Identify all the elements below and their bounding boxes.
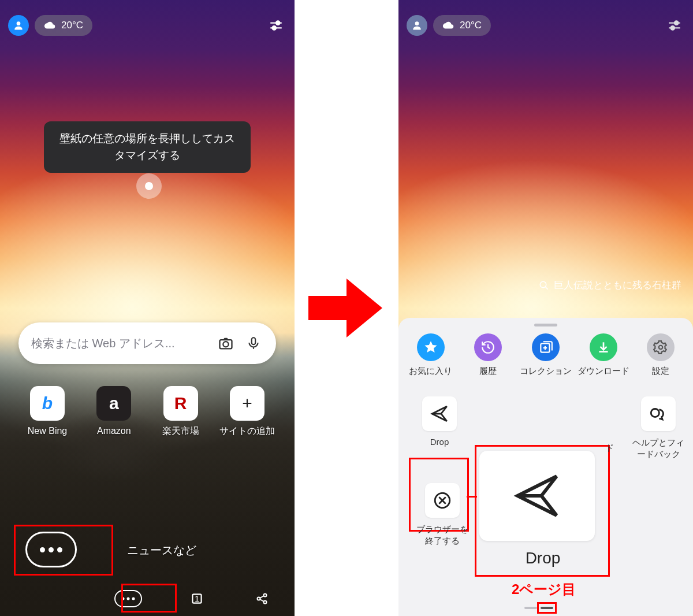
star-icon: [423, 340, 438, 355]
menu-item-settings[interactable]: 設定: [634, 333, 687, 377]
right-phone-screen: 20°C 巨人伝説とともに残る石柱群 お気に入り 履歴 コレクション: [398, 0, 693, 616]
voice-search-button[interactable]: [244, 333, 263, 353]
temperature-label: 20°C: [460, 20, 482, 31]
menu-item-downloads[interactable]: ダウンロード: [577, 333, 630, 377]
annotation-highlight: [14, 525, 113, 576]
menu-item-label: コレクション: [519, 366, 572, 377]
annotation-highlight: [121, 584, 177, 613]
annotation-highlight: [537, 602, 557, 614]
menu-item-collections[interactable]: コレクション: [519, 333, 572, 377]
search-hint-text: 巨人伝説とともに残る石柱群: [554, 279, 681, 292]
svg-line-23: [545, 287, 548, 290]
pulse-indicator: [136, 173, 162, 199]
bing-glyph: b: [42, 394, 53, 413]
svg-point-29: [659, 346, 663, 350]
temperature-label: 20°C: [61, 20, 83, 31]
annotation-page-label: 2ページ目: [512, 580, 576, 599]
top-bar: 20°C: [407, 13, 685, 38]
quicklink-label: New Bing: [18, 425, 76, 437]
share-icon: [255, 592, 269, 606]
search-placeholder: 検索または Web アドレス...: [31, 336, 208, 351]
chat-help-icon: [649, 404, 668, 424]
top-bar: 20°C: [8, 13, 286, 38]
quicklink-rakuten[interactable]: R 楽天市場: [152, 386, 210, 437]
menu-item-label: 履歴: [461, 366, 515, 377]
annotation-arrow: [308, 276, 382, 340]
quicklink-label: サイトの追加: [218, 425, 276, 437]
profile-avatar[interactable]: [8, 15, 29, 36]
svg-point-21: [671, 26, 675, 30]
sheet-drag-handle[interactable]: [534, 324, 557, 326]
cloud-icon: [442, 19, 455, 32]
menu-item-history[interactable]: 履歴: [461, 333, 515, 377]
quicklink-label: 楽天市場: [152, 425, 210, 437]
camera-icon: [218, 335, 234, 351]
menu-item-label: 設定: [634, 366, 687, 377]
camera-search-button[interactable]: [216, 333, 236, 353]
menu-item-label-truncated: ド: [605, 443, 614, 454]
menu-item-favorites[interactable]: お気に入り: [404, 333, 457, 377]
download-icon: [596, 340, 611, 355]
cloud-icon: [44, 19, 57, 32]
quick-links-row: b New Bing a Amazon R 楽天市場 + サイトの追加: [18, 386, 276, 437]
quicklink-amazon[interactable]: a Amazon: [85, 386, 143, 437]
collection-icon: [538, 340, 553, 355]
page-settings-button[interactable]: [266, 15, 286, 36]
person-icon: [13, 20, 24, 31]
menu-item-help[interactable]: ヘルプとフィードバック: [629, 396, 687, 459]
history-icon: [480, 340, 495, 355]
menu-item-label: ダウンロード: [577, 366, 630, 377]
svg-point-17: [415, 21, 419, 25]
menu-item-label: ヘルプとフィードバック: [629, 437, 687, 459]
svg-point-6: [223, 342, 228, 347]
tab-count: 1: [195, 594, 199, 603]
sliders-icon: [269, 18, 284, 33]
rakuten-glyph: R: [174, 394, 187, 413]
svg-point-32: [651, 409, 659, 417]
menu-item-label: お気に入り: [404, 366, 457, 377]
quicklink-add-site[interactable]: + サイトの追加: [218, 386, 276, 437]
svg-point-19: [675, 21, 679, 25]
mic-icon: [246, 336, 261, 351]
left-phone-screen: 20°C 壁紙の任意の場所を長押ししてカスタマイズする 検索または Web アド…: [0, 0, 295, 616]
weather-pill[interactable]: 20°C: [35, 15, 92, 36]
overflow-menu-sheet: お気に入り 履歴 コレクション ダウンロード 設定 D: [398, 318, 693, 616]
wallpaper[interactable]: [0, 0, 295, 616]
sliders-icon: [667, 18, 682, 33]
menu-item-label: ブラウザーを終了する: [413, 524, 471, 546]
profile-avatar[interactable]: [407, 15, 427, 36]
plus-glyph: +: [242, 394, 252, 413]
sheet-tools-grid: Drop Drop ド ヘルプとフィードバック ブラウザーを終了する: [398, 377, 693, 562]
gear-icon: [653, 340, 668, 355]
svg-point-22: [540, 281, 546, 288]
person-icon: [411, 20, 423, 31]
image-caption-search[interactable]: 巨人伝説とともに残る石柱群: [539, 279, 681, 292]
svg-line-16: [260, 599, 264, 602]
customize-tooltip: 壁紙の任意の場所を長押ししてカスタマイズする: [44, 121, 251, 173]
svg-point-2: [276, 21, 280, 25]
share-button[interactable]: [252, 589, 272, 608]
svg-point-4: [273, 26, 277, 30]
send-icon: [430, 404, 449, 424]
sheet-quick-actions: お気に入り 履歴 コレクション ダウンロード 設定: [398, 330, 693, 377]
quicklink-label: Amazon: [85, 425, 143, 437]
page-dot: [524, 607, 537, 609]
menu-item-drop[interactable]: Drop: [413, 396, 465, 447]
menu-item-label: Drop: [413, 437, 465, 447]
svg-rect-7: [252, 337, 256, 344]
search-icon: [539, 280, 549, 291]
news-label: ニュースなど: [127, 543, 196, 558]
svg-line-15: [260, 596, 264, 598]
svg-point-0: [17, 21, 21, 25]
menu-item-exit-browser[interactable]: ブラウザーを終了する: [413, 483, 471, 546]
quicklink-new-bing[interactable]: b New Bing: [18, 386, 76, 437]
tabs-button[interactable]: 1: [187, 589, 207, 608]
weather-pill[interactable]: 20°C: [433, 15, 491, 36]
amazon-glyph: a: [109, 394, 119, 413]
tooltip-text: 壁紙の任意の場所を長押ししてカスタマイズする: [59, 132, 235, 161]
search-bar[interactable]: 検索または Web アドレス...: [18, 322, 276, 364]
close-circle-icon: [433, 491, 452, 510]
annotation-highlight: [475, 445, 610, 577]
page-settings-button[interactable]: [664, 15, 685, 36]
